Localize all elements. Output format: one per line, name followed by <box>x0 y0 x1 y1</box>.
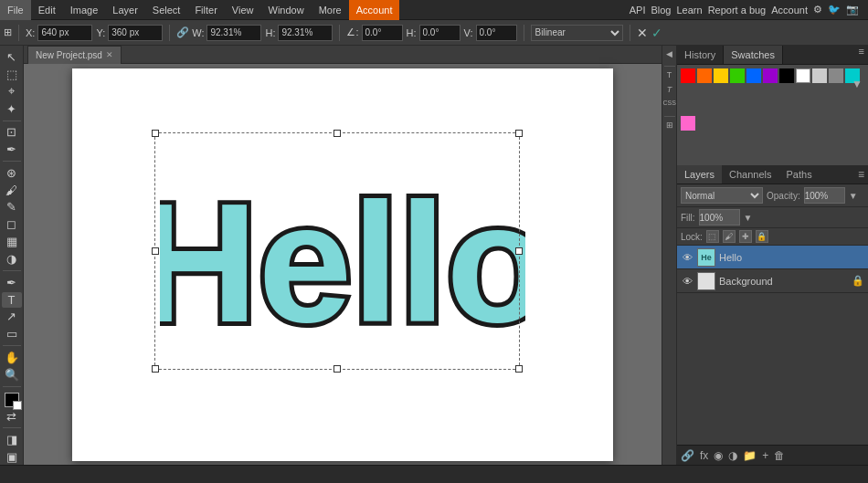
menu-file[interactable]: File <box>0 0 31 20</box>
x-input[interactable] <box>37 25 92 41</box>
adjustment-layer-btn[interactable]: ◑ <box>728 449 737 462</box>
menu-report[interactable]: Report a bug <box>708 5 767 16</box>
swatches-expand[interactable]: ▼ <box>852 78 863 90</box>
opacity-arrow[interactable]: ▼ <box>849 191 858 201</box>
swatch-red[interactable] <box>681 68 695 83</box>
layers-panel-menu[interactable]: ≡ <box>858 168 864 181</box>
strip-css-btn[interactable]: CSS <box>663 100 676 112</box>
screen-mode[interactable]: ▣ <box>2 449 22 465</box>
swatch-black[interactable] <box>779 68 794 83</box>
tool-sep-1 <box>3 121 21 121</box>
lock-position-btn[interactable]: ✚ <box>739 230 752 243</box>
swatch-green[interactable] <box>730 68 745 83</box>
gradient-tool[interactable]: ▦ <box>2 234 22 249</box>
hs-panel-menu[interactable]: ≡ <box>859 46 864 64</box>
w-field-group: 🔗 W: <box>176 25 261 41</box>
layer-item-background[interactable]: 👁 Background 🔒 <box>677 269 868 293</box>
w-label: W: <box>192 27 204 38</box>
hskew-input[interactable] <box>419 25 460 41</box>
hand-tool[interactable]: ✋ <box>2 350 22 365</box>
path-select-tool[interactable]: ↗ <box>2 310 22 325</box>
cancel-transform-button[interactable]: ✕ <box>637 26 648 40</box>
swatch-lgray[interactable] <box>812 68 827 83</box>
menu-edit[interactable]: Edit <box>31 0 63 20</box>
fill-input[interactable] <box>699 209 740 226</box>
menu-blog[interactable]: Blog <box>651 5 671 16</box>
tab-history[interactable]: History <box>677 46 724 64</box>
tab-swatches[interactable]: Swatches <box>724 46 783 64</box>
tool-sep-4 <box>3 345 21 346</box>
menu-account[interactable]: Account <box>349 0 400 20</box>
swatch-yellow[interactable] <box>714 68 728 83</box>
layer-visibility-background[interactable]: 👁 <box>681 275 693 288</box>
menu-window[interactable]: Window <box>261 0 312 20</box>
swatch-pink[interactable] <box>681 116 695 131</box>
menu-account-right[interactable]: Account <box>771 5 808 16</box>
new-layer-btn[interactable]: + <box>762 449 768 462</box>
eraser-tool[interactable]: ◻ <box>2 216 22 232</box>
link-layers-btn[interactable]: 🔗 <box>681 449 694 462</box>
type-tool[interactable]: T <box>2 292 22 308</box>
layer-visibility-hello[interactable]: 👁 <box>681 251 693 264</box>
vskew-input[interactable] <box>476 25 517 41</box>
crop-tool[interactable]: ⊡ <box>2 124 22 140</box>
opacity-input[interactable] <box>804 187 845 204</box>
stamp-tool[interactable]: ✎ <box>2 200 22 215</box>
menu-filter[interactable]: Filter <box>187 0 224 20</box>
tab-layers[interactable]: Layers <box>677 165 722 184</box>
lock-all-btn[interactable]: 🔒 <box>756 230 768 243</box>
menu-view[interactable]: View <box>225 0 261 20</box>
tab-close-button[interactable]: ✕ <box>106 50 113 59</box>
menu-select[interactable]: Select <box>145 0 188 20</box>
zoom-tool[interactable]: 🔍 <box>2 367 22 383</box>
y-input[interactable] <box>108 25 163 41</box>
blend-mode-select[interactable]: Normal Multiply Screen <box>681 187 763 204</box>
layer-effects-btn[interactable]: fx <box>700 449 708 462</box>
w-input[interactable] <box>206 25 261 41</box>
tab-channels[interactable]: Channels <box>722 165 778 184</box>
lasso-tool[interactable]: ⌖ <box>2 84 22 100</box>
confirm-transform-button[interactable]: ✓ <box>651 26 662 40</box>
delete-layer-btn[interactable]: 🗑 <box>774 449 785 462</box>
canvas-container[interactable]: Hello <box>24 64 662 465</box>
dodge-tool[interactable]: ◑ <box>2 251 22 267</box>
interpolation-select[interactable]: Bilinear Nearest Neighbor Bicubic <box>531 25 623 41</box>
menu-more[interactable]: More <box>312 0 349 20</box>
move-tool[interactable]: ↖ <box>2 49 22 65</box>
rot-input[interactable] <box>362 25 403 41</box>
fill-arrow[interactable]: ▼ <box>744 213 753 223</box>
strip-t2-btn[interactable]: T <box>663 85 676 98</box>
menu-layer[interactable]: Layer <box>105 0 145 20</box>
brush-tool[interactable]: 🖌 <box>2 183 22 198</box>
shape-tool[interactable]: ▭ <box>2 326 22 341</box>
transform-icon: ⊞ <box>4 26 12 38</box>
eyedropper-tool[interactable]: ✒ <box>2 142 22 157</box>
menu-api[interactable]: API <box>630 5 646 16</box>
menu-image[interactable]: Image <box>63 0 106 20</box>
spot-heal-tool[interactable]: ⊛ <box>2 165 22 181</box>
add-mask-btn[interactable]: ◉ <box>714 449 723 462</box>
swatch-orange[interactable] <box>697 68 712 83</box>
strip-layers-btn[interactable]: ⊞ <box>663 121 676 133</box>
wand-tool[interactable]: ✦ <box>2 101 22 117</box>
x-label: X: <box>26 27 35 38</box>
h-input[interactable] <box>278 25 333 41</box>
select-tool[interactable]: ⬚ <box>2 67 22 82</box>
add-group-btn[interactable]: 📁 <box>743 449 757 462</box>
lock-transparent-btn[interactable]: ⬚ <box>706 230 719 243</box>
lock-paint-btn[interactable]: 🖌 <box>723 230 736 243</box>
pen-tool[interactable]: ✒ <box>2 275 22 290</box>
swatch-blue[interactable] <box>746 68 761 83</box>
quick-mask[interactable]: ◨ <box>2 432 22 447</box>
strip-t-btn[interactable]: T <box>663 70 676 83</box>
foreground-bg-swap[interactable]: ⇄ <box>2 409 22 425</box>
tab-paths[interactable]: Paths <box>779 165 820 184</box>
swatch-gray[interactable] <box>829 68 843 83</box>
document-tab[interactable]: New Project.psd ✕ <box>27 46 122 64</box>
swatch-white[interactable] <box>796 68 810 83</box>
swatch-purple[interactable] <box>763 68 778 83</box>
layers-controls: Normal Multiply Screen Opacity: ▼ <box>677 184 868 207</box>
strip-arrow-btn[interactable]: ◀ <box>663 49 676 62</box>
menu-learn[interactable]: Learn <box>677 5 703 16</box>
layer-item-hello[interactable]: 👁 He Hello <box>677 246 868 269</box>
